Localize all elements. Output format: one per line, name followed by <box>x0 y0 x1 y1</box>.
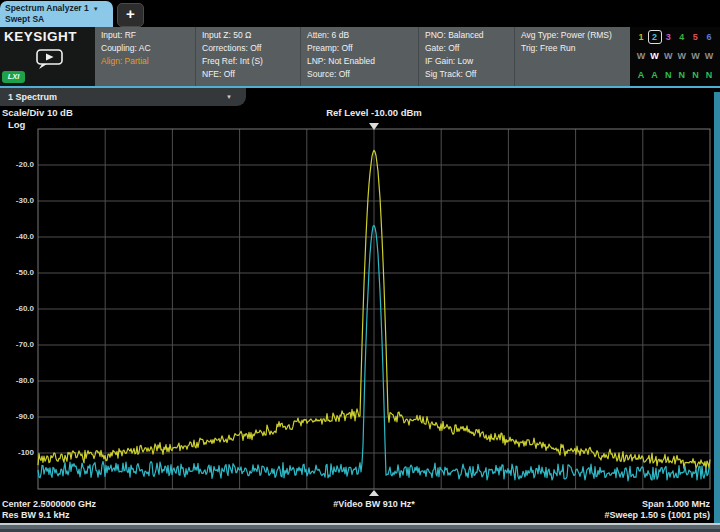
y-axis-label: -90.0 <box>0 412 34 421</box>
y-axis-label: -20.0 <box>0 160 34 169</box>
log-scale-indicator: Log <box>8 119 25 130</box>
ref-level-readout[interactable]: Ref Level -10.00 dBm <box>38 107 710 118</box>
y-axis-label: -50.0 <box>0 268 34 277</box>
y-axis-label: -80.0 <box>0 376 34 385</box>
spectrum-plot[interactable] <box>0 0 720 532</box>
y-axis-label: -40.0 <box>0 232 34 241</box>
y-axis-label: -30.0 <box>0 196 34 205</box>
y-axis-label: -60.0 <box>0 304 34 313</box>
video-bw-readout[interactable]: #Video BW 910 Hz* <box>38 499 710 509</box>
spectrum-analyzer-window: Spectrum Analyzer 1▼ Swept SA + KEYSIGHT… <box>0 0 720 532</box>
res-bw-readout[interactable]: Res BW 9.1 kHz <box>2 510 70 520</box>
sweep-time-readout[interactable]: #Sweep 1.50 s (1001 pts) <box>604 510 710 520</box>
span-readout[interactable]: Span 1.000 MHz <box>642 499 710 509</box>
y-axis-label: -100 <box>0 448 34 457</box>
y-axis-label: -70.0 <box>0 340 34 349</box>
center-marker-bottom-icon <box>369 490 379 496</box>
